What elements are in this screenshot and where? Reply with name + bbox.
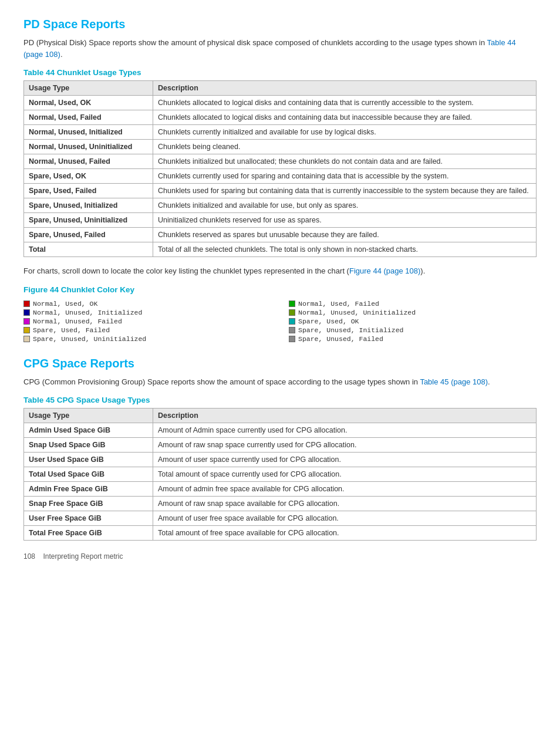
color-key-item: Spare, Unused, Initialized — [289, 326, 537, 334]
description-cell: Total of all the selected chunklets. The… — [153, 242, 537, 257]
description-cell: Uninitialized chunklets reserved for use… — [153, 213, 537, 228]
color-key-item: Spare, Used, OK — [289, 318, 537, 325]
page-number: 108 — [23, 552, 35, 561]
color-swatch — [23, 318, 30, 325]
color-key-label: Normal, Used, Failed — [298, 300, 379, 308]
description-cell: Total amount of free space available for… — [153, 526, 537, 541]
usage-type-cell: Spare, Unused, Initialized — [24, 198, 153, 213]
pd-section-title: PD Space Reports — [23, 18, 537, 31]
table-row: Normal, Unused, UninitializedChunklets b… — [24, 140, 537, 154]
color-key-item: Normal, Used, Failed — [289, 300, 537, 308]
color-key-item: Spare, Used, Failed — [23, 326, 271, 334]
pd-table-title: Table 44 Chunklet Usage Types — [23, 68, 537, 77]
table-row: Spare, Used, OKChunklets currently used … — [24, 169, 537, 184]
table-row: Spare, Unused, InitializedChunklets init… — [24, 198, 537, 213]
description-cell: Amount of user free space available for … — [153, 511, 537, 526]
cpg-col-header-description: Description — [153, 409, 537, 423]
page-footer: 108 Interpreting Report metric — [23, 552, 537, 561]
table-row: Spare, Unused, FailedChunklets reserved … — [24, 228, 537, 242]
color-key-label: Normal, Unused, Uninitialized — [298, 309, 416, 316]
section-label: Interpreting Report metric — [43, 552, 123, 561]
usage-type-cell: Snap Used Space GiB — [24, 438, 153, 453]
cpg-section-title: CPG Space Reports — [23, 357, 537, 370]
usage-type-cell: Normal, Unused, Initialized — [24, 125, 153, 140]
figure44-link[interactable]: Figure 44 (page 108) — [349, 266, 420, 275]
cpg-table45-link[interactable]: Table 45 (page 108) — [420, 377, 488, 386]
usage-type-cell: User Used Space GiB — [24, 453, 153, 467]
col-header-description: Description — [153, 81, 537, 96]
color-swatch — [289, 301, 295, 307]
usage-type-cell: Admin Free Space GiB — [24, 482, 153, 497]
table-row: Total Free Space GiBTotal amount of free… — [24, 526, 537, 541]
description-cell: Chunklets initialized and available for … — [153, 198, 537, 213]
usage-type-cell: Total — [24, 242, 153, 257]
color-key-item: Normal, Unused, Initialized — [23, 309, 271, 316]
color-swatch — [289, 327, 295, 333]
usage-type-cell: Normal, Unused, Uninitialized — [24, 140, 153, 154]
color-key-label: Spare, Used, Failed — [33, 326, 110, 334]
color-key-label: Normal, Used, OK — [33, 300, 97, 308]
usage-type-cell: Snap Free Space GiB — [24, 497, 153, 511]
table-row: User Free Space GiBAmount of user free s… — [24, 511, 537, 526]
color-key-item: Spare, Unused, Uninitialized — [23, 335, 271, 343]
table-row: Normal, Used, OKChunklets allocated to l… — [24, 96, 537, 110]
cpg-table-header-row: Usage Type Description — [24, 409, 537, 423]
usage-type-cell: Spare, Used, Failed — [24, 184, 153, 198]
chart-note-prefix: For charts, scroll down to locate the co… — [23, 266, 349, 275]
chunklet-usage-table: Usage Type Description Normal, Used, OKC… — [23, 80, 537, 257]
usage-type-cell: Spare, Used, OK — [24, 169, 153, 184]
description-cell: Chunklets currently used for sparing and… — [153, 169, 537, 184]
table-row: Normal, Used, FailedChunklets allocated … — [24, 110, 537, 125]
usage-type-cell: Normal, Unused, Failed — [24, 154, 153, 169]
color-key-container: Normal, Used, OKNormal, Used, FailedNorm… — [23, 300, 537, 343]
pd-space-reports-section: PD Space Reports PD (Physical Disk) Spac… — [23, 18, 537, 343]
figure44-title: Figure 44 Chunklet Color Key — [23, 285, 537, 294]
chart-note-text: For charts, scroll down to locate the co… — [23, 265, 537, 277]
usage-type-cell: Normal, Used, Failed — [24, 110, 153, 125]
cpg-col-header-usage-type: Usage Type — [24, 409, 153, 423]
description-cell: Amount of admin free space available for… — [153, 482, 537, 497]
color-key-item: Normal, Unused, Failed — [23, 318, 271, 325]
table-row: Total Used Space GiBTotal amount of spac… — [24, 467, 537, 482]
color-swatch — [289, 309, 295, 316]
table-row: TotalTotal of all the selected chunklets… — [24, 242, 537, 257]
table-row: Spare, Unused, UninitializedUninitialize… — [24, 213, 537, 228]
color-swatch — [289, 336, 295, 342]
usage-type-cell: Total Used Space GiB — [24, 467, 153, 482]
color-key-label: Normal, Unused, Initialized — [33, 309, 142, 316]
usage-type-cell: Total Free Space GiB — [24, 526, 153, 541]
color-swatch — [23, 336, 30, 342]
col-header-usage-type: Usage Type — [24, 81, 153, 96]
table-header-row: Usage Type Description — [24, 81, 537, 96]
table-row: Snap Free Space GiBAmount of raw snap sp… — [24, 497, 537, 511]
usage-type-cell: User Free Space GiB — [24, 511, 153, 526]
cpg-intro-prefix: CPG (Common Provisioning Group) Space re… — [23, 377, 420, 386]
usage-type-cell: Normal, Used, OK — [24, 96, 153, 110]
color-swatch — [23, 327, 30, 333]
description-cell: Amount of Admin space currently used for… — [153, 423, 537, 438]
description-cell: Chunklets allocated to logical disks and… — [153, 110, 537, 125]
table-row: Admin Free Space GiBAmount of admin free… — [24, 482, 537, 497]
description-cell: Chunklets currently initialized and avai… — [153, 125, 537, 140]
cpg-table-title: Table 45 CPG Space Usage Types — [23, 396, 537, 404]
color-key-label: Normal, Unused, Failed — [33, 318, 122, 325]
table-row: User Used Space GiBAmount of user space … — [24, 453, 537, 467]
table-row: Normal, Unused, InitializedChunklets cur… — [24, 125, 537, 140]
color-key-label: Spare, Used, OK — [298, 318, 359, 325]
color-key-item: Normal, Used, OK — [23, 300, 271, 308]
description-cell: Amount of user space currently used for … — [153, 453, 537, 467]
cpg-space-reports-section: CPG Space Reports CPG (Common Provisioni… — [23, 357, 537, 541]
color-key-item: Normal, Unused, Uninitialized — [289, 309, 537, 316]
table-row: Snap Used Space GiBAmount of raw snap sp… — [24, 438, 537, 453]
pd-intro-text: PD (Physical Disk) Space reports show th… — [23, 37, 537, 60]
description-cell: Chunklets being cleaned. — [153, 140, 537, 154]
cpg-intro-text: CPG (Common Provisioning Group) Space re… — [23, 376, 537, 388]
description-cell: Chunklets initialized but unallocated; t… — [153, 154, 537, 169]
color-key-label: Spare, Unused, Initialized — [298, 326, 403, 334]
table-row: Spare, Used, FailedChunklets used for sp… — [24, 184, 537, 198]
color-swatch — [23, 309, 30, 316]
color-key-label: Spare, Unused, Failed — [298, 335, 383, 343]
table-row: Admin Used Space GiBAmount of Admin spac… — [24, 423, 537, 438]
description-cell: Chunklets allocated to logical disks and… — [153, 96, 537, 110]
usage-type-cell: Spare, Unused, Uninitialized — [24, 213, 153, 228]
